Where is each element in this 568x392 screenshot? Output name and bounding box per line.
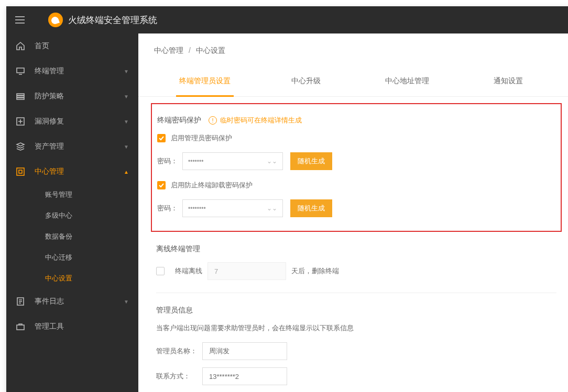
chevron-down-icon: ▼ xyxy=(124,299,129,305)
breadcrumb-parent[interactable]: 中心管理 xyxy=(154,46,183,54)
chevron-up-icon: ▲ xyxy=(124,169,129,175)
sidebar-sub-backup[interactable]: 数据备份 xyxy=(6,226,138,247)
log-icon xyxy=(16,297,25,306)
info-icon: ! xyxy=(209,116,217,125)
logo: 火绒终端安全管理系统 xyxy=(48,13,157,27)
topbar: 火绒终端安全管理系统 xyxy=(6,6,568,33)
monitor-icon xyxy=(16,66,25,76)
section-title-offline: 离线终端管理 xyxy=(156,244,556,254)
section-title-admin: 管理员信息 xyxy=(156,306,556,315)
sidebar-sub-settings[interactable]: 中心设置 xyxy=(6,268,138,289)
sidebar-item-tools[interactable]: 管理工具 xyxy=(6,314,138,339)
checkbox-offline-delete[interactable] xyxy=(156,267,165,275)
sidebar-sub-account[interactable]: 账号管理 xyxy=(6,184,138,205)
hint-text: 临时密码可在终端详情生成 xyxy=(220,116,302,125)
home-icon xyxy=(16,41,25,51)
main-content: 中心管理 / 中心设置 终端管理员设置 中心升级 中心地址管理 通知设置 终端密… xyxy=(138,33,568,392)
sidebar: 首页 终端管理 ▼ 防护策略 ▼ 漏洞修复 ▼ 资产管理 ▼ xyxy=(6,33,138,392)
sidebar-item-protection[interactable]: 防护策略 ▼ xyxy=(6,84,138,109)
sidebar-item-home[interactable]: 首页 xyxy=(6,33,138,59)
center-icon xyxy=(16,167,25,176)
svg-rect-2 xyxy=(17,96,24,97)
sidebar-sub-multilevel[interactable]: 多级中心 xyxy=(6,205,138,226)
offline-days-input[interactable]: 7 xyxy=(207,262,286,280)
checkbox-admin-password[interactable] xyxy=(157,134,166,142)
svg-rect-8 xyxy=(17,325,24,330)
eye-icon[interactable]: ⌄⌄ xyxy=(267,205,277,212)
tab-center-addr[interactable]: 中心地址管理 xyxy=(356,64,457,96)
eye-icon[interactable]: ⌄⌄ xyxy=(267,158,277,165)
chevron-down-icon: ▼ xyxy=(124,119,129,125)
patch-icon xyxy=(16,117,25,126)
sidebar-item-events[interactable]: 事件日志 ▼ xyxy=(6,289,138,314)
svg-rect-5 xyxy=(17,168,24,175)
admin-desc: 当客户端出现问题需要求助管理员时，会在终端显示以下联系信息 xyxy=(156,323,556,333)
password-input-admin[interactable]: ••••••• ⌄⌄ xyxy=(182,152,283,170)
admin-name-input[interactable]: 周润发 xyxy=(202,342,287,360)
svg-rect-6 xyxy=(19,170,22,173)
logo-icon xyxy=(48,13,63,27)
checkbox-uninstall-password[interactable] xyxy=(157,181,166,189)
sidebar-item-center[interactable]: 中心管理 ▲ xyxy=(6,159,138,184)
svg-rect-1 xyxy=(17,94,24,95)
tab-terminal-admin[interactable]: 终端管理员设置 xyxy=(154,64,255,96)
breadcrumb: 中心管理 / 中心设置 xyxy=(138,33,568,64)
svg-rect-0 xyxy=(17,68,24,73)
chevron-down-icon: ▼ xyxy=(124,144,129,150)
tab-center-upgrade[interactable]: 中心升级 xyxy=(255,64,356,96)
admin-contact-input[interactable]: 13*******2 xyxy=(202,367,287,385)
tab-notify[interactable]: 通知设置 xyxy=(457,64,559,96)
sidebar-sub-migration[interactable]: 中心迁移 xyxy=(6,247,138,268)
chevron-down-icon: ▼ xyxy=(124,69,129,74)
svg-rect-3 xyxy=(17,98,24,99)
sidebar-item-terminal[interactable]: 终端管理 ▼ xyxy=(6,59,138,84)
random-generate-button-2[interactable]: 随机生成 xyxy=(290,199,332,217)
app-title: 火绒终端安全管理系统 xyxy=(68,14,157,26)
menu-toggle[interactable] xyxy=(6,6,34,33)
sidebar-item-asset[interactable]: 资产管理 ▼ xyxy=(6,134,138,159)
layers-icon xyxy=(16,142,25,151)
tabs: 终端管理员设置 中心升级 中心地址管理 通知设置 xyxy=(138,64,568,97)
random-generate-button-1[interactable]: 随机生成 xyxy=(290,152,332,170)
sidebar-item-vuln[interactable]: 漏洞修复 ▼ xyxy=(6,109,138,134)
toolbox-icon xyxy=(16,322,25,331)
password-protection-highlight: 终端密码保护 ! 临时密码可在终端详情生成 启用管理员密码保护 密码： ••••… xyxy=(151,103,562,232)
section-title-password: 终端密码保护 ! 临时密码可在终端详情生成 xyxy=(157,116,555,125)
chevron-down-icon: ▼ xyxy=(124,94,129,99)
password-input-uninstall[interactable]: •••••••• ⌄⌄ xyxy=(182,199,283,217)
breadcrumb-current: 中心设置 xyxy=(196,46,225,54)
shield-icon xyxy=(16,92,25,101)
